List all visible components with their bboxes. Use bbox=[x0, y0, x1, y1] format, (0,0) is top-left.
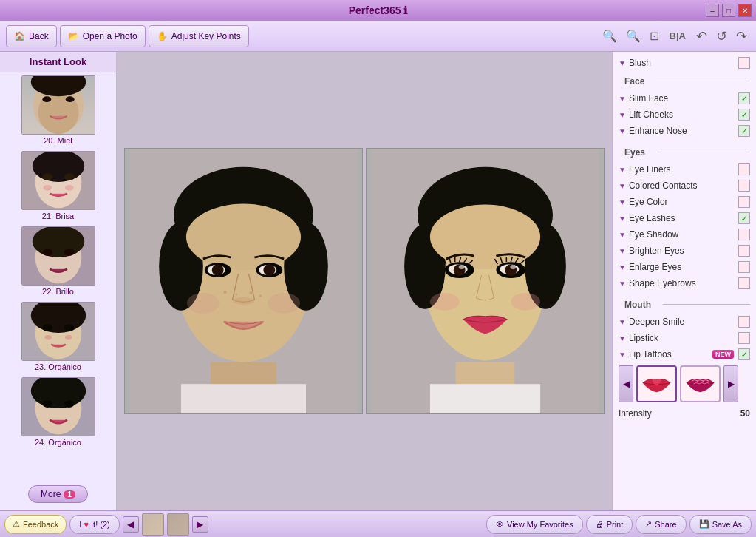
adjust-key-points-button[interactable]: ✋ Adjust Key Points bbox=[149, 25, 249, 47]
svg-point-67 bbox=[510, 265, 516, 269]
sidebar-item-23[interactable]: 23. Orgánico bbox=[6, 302, 110, 371]
photos-prev-button[interactable]: ◀ bbox=[123, 516, 139, 533]
slim-face-arrow[interactable]: ▼ bbox=[619, 95, 626, 103]
svg-point-8 bbox=[42, 173, 52, 180]
tattoo-next-button[interactable]: ▶ bbox=[723, 365, 738, 402]
blush-label: Blush bbox=[629, 58, 735, 68]
lipstick-label: Lipstick bbox=[629, 333, 735, 343]
eye-lashes-checkbox[interactable]: ✓ bbox=[738, 212, 750, 224]
enhance-nose-checkbox[interactable]: ✓ bbox=[738, 125, 750, 137]
open-photo-button[interactable]: 📂 Open a Photo bbox=[60, 25, 146, 47]
blush-checkbox[interactable] bbox=[738, 57, 750, 69]
photo-thumb-2[interactable] bbox=[167, 513, 189, 536]
bia-button[interactable]: B|A bbox=[665, 27, 690, 44]
print-button[interactable]: 🖨 Print bbox=[586, 515, 633, 534]
info-icon[interactable]: ℹ bbox=[403, 4, 407, 16]
colored-contacts-checkbox[interactable] bbox=[738, 180, 750, 192]
lip-tattoos-label: Lip Tattoos bbox=[629, 349, 709, 359]
brighten-eyes-item: ▼ Brighten Eyes bbox=[613, 243, 756, 259]
lip-tattoos-checkbox[interactable]: ✓ bbox=[738, 348, 750, 360]
save-as-label: Save As bbox=[712, 520, 742, 529]
lipstick-arrow[interactable]: ▼ bbox=[619, 334, 626, 342]
svg-point-7 bbox=[32, 151, 84, 182]
undo2-button[interactable]: ↺ bbox=[713, 25, 730, 47]
svg-point-10 bbox=[43, 185, 52, 191]
close-button[interactable]: ✕ bbox=[738, 4, 752, 17]
sidebar-item-21[interactable]: 21. Brisa bbox=[6, 151, 110, 220]
more-button[interactable]: More 1 bbox=[28, 485, 88, 503]
lift-cheeks-checkbox[interactable]: ✓ bbox=[738, 109, 750, 121]
sidebar-item-20[interactable]: 20. Miel bbox=[6, 75, 110, 145]
lipstick-checkbox[interactable] bbox=[738, 332, 750, 344]
tattoo-thumb-2[interactable] bbox=[680, 365, 721, 402]
intensity-label: Intensity bbox=[619, 408, 652, 419]
photos-next-button[interactable]: ▶ bbox=[192, 516, 208, 533]
svg-point-41 bbox=[212, 264, 224, 276]
sidebar-item-21-img bbox=[21, 151, 95, 210]
deepen-smile-arrow[interactable]: ▼ bbox=[619, 318, 626, 326]
blush-item: ▼ Blush bbox=[613, 55, 756, 71]
brighten-eyes-arrow[interactable]: ▼ bbox=[619, 247, 626, 255]
eyes-label: Eyes bbox=[619, 144, 651, 159]
save-icon: 💾 bbox=[699, 519, 709, 529]
enhance-nose-arrow[interactable]: ▼ bbox=[619, 127, 626, 135]
lift-cheeks-arrow[interactable]: ▼ bbox=[619, 111, 626, 119]
enlarge-eyes-checkbox[interactable] bbox=[738, 261, 750, 273]
sidebar-item-24-img bbox=[21, 377, 95, 436]
shape-eyebrows-checkbox[interactable] bbox=[738, 277, 750, 289]
tattoo-thumb-1[interactable] bbox=[636, 365, 677, 402]
warning-icon: ⚠ bbox=[13, 519, 20, 529]
feedback-button[interactable]: ⚠ Feedback bbox=[4, 515, 67, 534]
back-button[interactable]: 🏠 Back bbox=[6, 25, 57, 47]
lift-cheeks-item: ▼ Lift Cheeks ✓ bbox=[613, 107, 756, 123]
bottom-photos: ◀ ▶ bbox=[123, 513, 208, 536]
deepen-smile-checkbox[interactable] bbox=[738, 316, 750, 328]
zoom-out-button[interactable]: 🔍 bbox=[623, 26, 644, 46]
deepen-smile-label: Deepen Smile bbox=[629, 317, 735, 327]
eye-color-checkbox[interactable] bbox=[738, 196, 750, 208]
intensity-row: Intensity 50 bbox=[613, 405, 756, 422]
more-label: More bbox=[41, 489, 61, 499]
eyes-section-header: Eyes bbox=[613, 142, 756, 161]
eye-shadow-checkbox[interactable] bbox=[738, 229, 750, 240]
brighten-eyes-checkbox[interactable] bbox=[738, 245, 750, 257]
undo-button[interactable]: ↶ bbox=[693, 25, 710, 47]
redo-button[interactable]: ↷ bbox=[733, 25, 750, 47]
svg-point-48 bbox=[249, 291, 252, 294]
maximize-button[interactable]: □ bbox=[722, 4, 735, 17]
shape-eyebrows-arrow[interactable]: ▼ bbox=[619, 280, 626, 288]
eye-liners-arrow[interactable]: ▼ bbox=[619, 166, 626, 174]
fit-button[interactable]: ⊡ bbox=[647, 26, 662, 46]
tattoo-prev-button[interactable]: ◀ bbox=[619, 365, 633, 402]
sidebar-item-20-img bbox=[21, 75, 95, 135]
svg-point-11 bbox=[64, 185, 73, 191]
sidebar-item-24[interactable]: 24. Orgánico bbox=[6, 377, 110, 447]
mouth-section-header: Mouth bbox=[613, 294, 756, 314]
eye-shadow-arrow[interactable]: ▼ bbox=[619, 231, 626, 239]
minimize-button[interactable]: – bbox=[706, 4, 719, 17]
save-as-button[interactable]: 💾 Save As bbox=[689, 515, 752, 534]
face-section-header: Face bbox=[613, 71, 756, 90]
love-it-button[interactable]: I ♥ It! (2) bbox=[69, 515, 119, 534]
share-icon: ↗ bbox=[645, 519, 652, 529]
eye-liners-checkbox[interactable] bbox=[738, 163, 750, 175]
view-favorites-button[interactable]: 👁 View My Favorites bbox=[486, 515, 583, 534]
zoom-in-button[interactable]: 🔍 bbox=[599, 26, 620, 46]
shape-eyebrows-item: ▼ Shape Eyebrows bbox=[613, 275, 756, 291]
colored-contacts-arrow[interactable]: ▼ bbox=[619, 182, 626, 190]
enlarge-eyes-arrow[interactable]: ▼ bbox=[619, 263, 626, 271]
sidebar-item-22[interactable]: 22. Brillo bbox=[6, 226, 110, 296]
sidebar: Instant Look bbox=[0, 52, 117, 510]
slim-face-checkbox[interactable]: ✓ bbox=[738, 92, 750, 104]
share-button[interactable]: ↗ Share bbox=[636, 515, 686, 534]
svg-point-36 bbox=[186, 204, 301, 270]
eye-lashes-arrow[interactable]: ▼ bbox=[619, 215, 626, 223]
eye-color-arrow[interactable]: ▼ bbox=[619, 198, 626, 206]
enhance-nose-label: Enhance Nose bbox=[629, 126, 735, 136]
eye-liners-label: Eye Liners bbox=[629, 164, 735, 175]
svg-point-9 bbox=[64, 173, 74, 180]
photo-thumb-1[interactable] bbox=[142, 513, 164, 536]
blush-arrow[interactable]: ▼ bbox=[619, 59, 626, 67]
lip-tattoos-arrow[interactable]: ▼ bbox=[619, 351, 626, 359]
eye-shadow-item: ▼ Eye Shadow bbox=[613, 226, 756, 243]
